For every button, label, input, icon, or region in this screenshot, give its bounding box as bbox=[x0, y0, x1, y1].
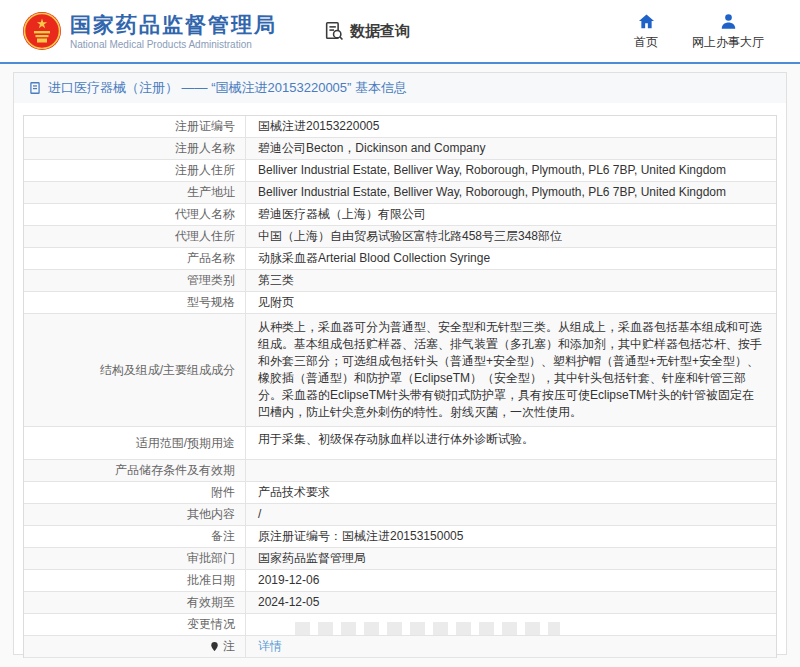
table-row: 代理人名称 碧迪医疗器械（上海）有限公司 bbox=[24, 204, 776, 226]
national-emblem-icon bbox=[22, 11, 62, 51]
row-value: 碧迪医疗器械（上海）有限公司 bbox=[246, 204, 776, 225]
table-row: 管理类别 第三类 bbox=[24, 270, 776, 292]
document-icon bbox=[28, 81, 42, 95]
table-row: 备注 原注册证编号：国械注进20153150005 bbox=[24, 526, 776, 548]
table-row: 注册证编号 国械注进20153220005 bbox=[24, 116, 776, 138]
data-query-label: 数据查询 bbox=[350, 22, 410, 41]
table-row: 型号规格 见附页 bbox=[24, 292, 776, 314]
row-label: 适用范围/预期用途 bbox=[24, 427, 246, 459]
row-value: 用于采集、初级保存动脉血样以进行体外诊断试验。 bbox=[246, 427, 776, 459]
data-query-icon bbox=[323, 20, 345, 42]
row-value bbox=[246, 614, 776, 635]
home-icon bbox=[637, 12, 656, 31]
header: 国家药品监督管理局 National Medical Products Admi… bbox=[0, 0, 800, 62]
row-label-text: 型号规格 bbox=[187, 294, 235, 311]
nav-online-service-hall[interactable]: 网上办事大厅 bbox=[692, 12, 764, 51]
row-label: 有效期至 bbox=[24, 592, 246, 613]
row-value: Belliver Industrial Estate, Belliver Way… bbox=[246, 182, 776, 203]
row-label-text: 适用范围/预期用途 bbox=[136, 435, 235, 452]
row-value: 碧迪公司Becton，Dickinson and Company bbox=[246, 138, 776, 159]
row-label: 变更情况 bbox=[24, 614, 246, 635]
row-label: 注 bbox=[24, 636, 246, 657]
row-label-text: 结构及组成/主要组成成分 bbox=[100, 362, 235, 379]
registration-info-table: 注册证编号 国械注进20153220005 注册人名称 碧迪公司Becton，D… bbox=[23, 115, 777, 658]
row-label-text: 注册人名称 bbox=[175, 140, 235, 157]
page-body: 进口医疗器械（注册） —— “国械注进20153220005” 基本信息 注册证… bbox=[0, 64, 800, 655]
table-row: 其他内容 / bbox=[24, 504, 776, 526]
row-value: 见附页 bbox=[246, 292, 776, 313]
row-label-text: 有效期至 bbox=[187, 594, 235, 611]
row-value: 国械注进20153220005 bbox=[246, 116, 776, 137]
row-label-text: 备注 bbox=[211, 528, 235, 545]
row-label-text: 注册证编号 bbox=[175, 118, 235, 135]
row-label: 产品名称 bbox=[24, 248, 246, 269]
table-row: 有效期至 2024-12-05 bbox=[24, 592, 776, 614]
row-value bbox=[246, 460, 776, 481]
row-label: 管理类别 bbox=[24, 270, 246, 291]
row-label-text: 其他内容 bbox=[187, 506, 235, 523]
detail-link[interactable]: 详情 bbox=[246, 636, 776, 657]
table-row: 附件 产品技术要求 bbox=[24, 482, 776, 504]
data-query-button[interactable]: 数据查询 bbox=[323, 20, 410, 42]
row-label: 批准日期 bbox=[24, 570, 246, 591]
header-nav: 首页 网上办事大厅 bbox=[634, 12, 778, 51]
row-label-text: 变更情况 bbox=[187, 616, 235, 633]
row-value: 2019-12-06 bbox=[246, 570, 776, 591]
table-row: 代理人住所 中国（上海）自由贸易试验区富特北路458号三层348部位 bbox=[24, 226, 776, 248]
row-value: 动脉采血器Arterial Blood Collection Syringe bbox=[246, 248, 776, 269]
row-value: 中国（上海）自由贸易试验区富特北路458号三层348部位 bbox=[246, 226, 776, 247]
row-value: 国家药品监督管理局 bbox=[246, 548, 776, 569]
nav-online-service-hall-label: 网上办事大厅 bbox=[692, 34, 764, 51]
site-subtitle: National Medical Products Administration bbox=[70, 39, 277, 50]
row-label: 其他内容 bbox=[24, 504, 246, 525]
row-label: 注册人住所 bbox=[24, 160, 246, 181]
row-label-text: 注册人住所 bbox=[175, 162, 235, 179]
table-row: 适用范围/预期用途 用于采集、初级保存动脉血样以进行体外诊断试验。 bbox=[24, 427, 776, 460]
row-value: 2024-12-05 bbox=[246, 592, 776, 613]
row-value: Belliver Industrial Estate, Belliver Way… bbox=[246, 160, 776, 181]
row-label: 代理人住所 bbox=[24, 226, 246, 247]
table-row: 变更情况 bbox=[24, 614, 776, 636]
table-row: 注 详情 bbox=[24, 636, 776, 658]
table-row: 生产地址 Belliver Industrial Estate, Bellive… bbox=[24, 182, 776, 204]
table-row: 产品名称 动脉采血器Arterial Blood Collection Syri… bbox=[24, 248, 776, 270]
row-label: 型号规格 bbox=[24, 292, 246, 313]
row-label: 附件 bbox=[24, 482, 246, 503]
row-label-text: 管理类别 bbox=[187, 272, 235, 289]
site-title: 国家药品监督管理局 bbox=[70, 12, 277, 37]
row-label-text: 产品储存条件及有效期 bbox=[115, 462, 235, 479]
row-value: 从种类上，采血器可分为普通型、安全型和无针型三类。从组成上，采血器包括基本组成和… bbox=[246, 314, 776, 426]
row-label: 代理人名称 bbox=[24, 204, 246, 225]
row-label-text: 代理人住所 bbox=[175, 228, 235, 245]
row-label: 产品储存条件及有效期 bbox=[24, 460, 246, 481]
row-value: 第三类 bbox=[246, 270, 776, 291]
pin-icon bbox=[209, 641, 220, 652]
content-panel: 进口医疗器械（注册） —— “国械注进20153220005” 基本信息 注册证… bbox=[13, 72, 787, 655]
row-label: 注册证编号 bbox=[24, 116, 246, 137]
row-label-text: 代理人名称 bbox=[175, 206, 235, 223]
table-row: 结构及组成/主要组成成分 从种类上，采血器可分为普通型、安全型和无针型三类。从组… bbox=[24, 314, 776, 427]
row-label: 审批部门 bbox=[24, 548, 246, 569]
breadcrumb-text: 进口医疗器械（注册） —— “国械注进20153220005” 基本信息 bbox=[48, 79, 407, 97]
row-value: / bbox=[246, 504, 776, 525]
row-label-text: 注 bbox=[223, 638, 235, 655]
row-label-text: 附件 bbox=[211, 484, 235, 501]
site-logo[interactable]: 国家药品监督管理局 National Medical Products Admi… bbox=[22, 11, 277, 51]
row-label: 备注 bbox=[24, 526, 246, 547]
site-title-block: 国家药品监督管理局 National Medical Products Admi… bbox=[70, 12, 277, 50]
table-row: 注册人住所 Belliver Industrial Estate, Belliv… bbox=[24, 160, 776, 182]
user-icon bbox=[719, 12, 738, 31]
table-row: 批准日期 2019-12-06 bbox=[24, 570, 776, 592]
row-label: 结构及组成/主要组成成分 bbox=[24, 314, 246, 426]
table-row: 产品储存条件及有效期 bbox=[24, 460, 776, 482]
row-value: 原注册证编号：国械注进20153150005 bbox=[246, 526, 776, 547]
table-row: 注册人名称 碧迪公司Becton，Dickinson and Company bbox=[24, 138, 776, 160]
row-label: 生产地址 bbox=[24, 182, 246, 203]
row-label-text: 审批部门 bbox=[187, 550, 235, 567]
row-label-text: 批准日期 bbox=[187, 572, 235, 589]
row-label-text: 产品名称 bbox=[187, 250, 235, 267]
nav-home-label: 首页 bbox=[634, 34, 658, 51]
nav-home[interactable]: 首页 bbox=[634, 12, 658, 51]
breadcrumb: 进口医疗器械（注册） —— “国械注进20153220005” 基本信息 bbox=[14, 73, 786, 103]
row-value: 产品技术要求 bbox=[246, 482, 776, 503]
